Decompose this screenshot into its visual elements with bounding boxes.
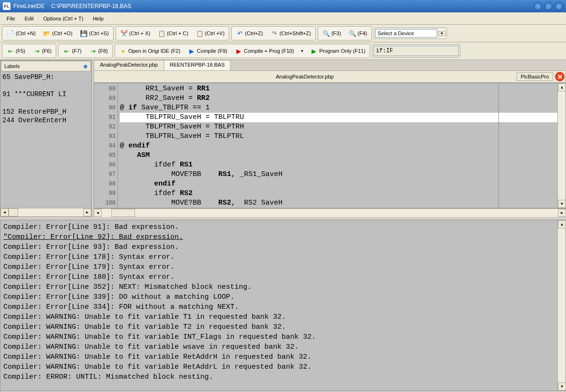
- menu-help[interactable]: Help: [88, 14, 108, 23]
- program-only-button[interactable]: ▶Program Only (F11): [307, 45, 369, 57]
- output-line[interactable]: "Compiler: Error[Line 92]: Bad expressio…: [3, 232, 555, 242]
- open-button[interactable]: 📂(Ctrl +O): [40, 28, 76, 39]
- copy-button[interactable]: 📋(Ctrl + C): [155, 28, 192, 39]
- output-line[interactable]: Compiler: Error[Line 352]: NEXT: Mismatc…: [3, 282, 555, 292]
- editor-tabs: AnalogPeakDetector.pbp REENTERPBP-18.BAS: [94, 60, 566, 70]
- maximize-button[interactable]: [544, 2, 553, 10]
- output-panel: Compiler: Error[Line 91]: Bad expression…: [0, 220, 566, 391]
- labels-hscroll[interactable]: ◄ ►: [0, 208, 91, 216]
- close-window-button[interactable]: [555, 2, 563, 10]
- code-line[interactable]: @ endif: [120, 141, 557, 151]
- labels-panel: Labels ◆ 65 SavePBP_H: 91 ***CURRENT LI …: [0, 60, 92, 217]
- scroll-left-button[interactable]: ◄: [0, 208, 9, 216]
- open-folder-icon: 📂: [43, 29, 51, 37]
- editor-hscroll[interactable]: ◄ ►: [94, 208, 566, 217]
- menu-file[interactable]: File: [2, 14, 20, 23]
- labels-header[interactable]: Labels ◆: [1, 61, 91, 71]
- indent-right-f6[interactable]: ⇥(F6): [29, 45, 55, 57]
- scroll-left-button[interactable]: ◄: [94, 209, 102, 217]
- diamond-icon: ◆: [83, 63, 88, 69]
- code-line[interactable]: TBLPTRU_SaveH = TBLPTRU: [120, 113, 557, 122]
- scroll-right-button[interactable]: ►: [558, 209, 566, 217]
- scroll-thumb[interactable]: [111, 209, 135, 217]
- scroll-right-button[interactable]: ►: [83, 208, 91, 216]
- output-vscroll[interactable]: ▲ ▼: [557, 220, 566, 391]
- code-line[interactable]: MOVE?BB RS2, RS2 SaveH: [120, 198, 557, 208]
- open-origi-button[interactable]: ●Open in Origi IDE (F2): [116, 45, 184, 57]
- output-line[interactable]: Compiler: Error[Line 178]: Syntax error.: [3, 252, 555, 262]
- output-line[interactable]: Compiler: Error[Line 93]: Bad expression…: [3, 242, 555, 252]
- output-line[interactable]: Compiler: WARNING: Unable to fit variabl…: [3, 342, 555, 352]
- toolbar-2: ⇤(F5) ⇥(F6) ⇤(F7) ⇥(F8) ●Open in Origi I…: [0, 42, 566, 60]
- cut-button[interactable]: ✂️(Ctrl + X): [117, 28, 154, 39]
- menu-options[interactable]: Options (Ctrl + T): [39, 14, 88, 23]
- new-button[interactable]: 📄(Ctrl +N): [3, 28, 39, 39]
- output-line[interactable]: Compiler: Error[Line 91]: Bad expression…: [3, 222, 555, 232]
- compiler-output[interactable]: Compiler: Error[Line 91]: Bad expression…: [0, 220, 557, 391]
- output-line[interactable]: Compiler: WARNING: Unable to fit variabl…: [3, 322, 555, 332]
- tab-analog[interactable]: AnalogPeakDetector.pbp: [94, 60, 164, 70]
- snippet-input[interactable]: if:IF: [373, 46, 459, 56]
- dropdown-arrow-icon[interactable]: ▼: [298, 47, 306, 55]
- find-next-button[interactable]: 🔍(F4): [345, 28, 371, 39]
- program-only-label: Program Only (F11): [319, 48, 365, 54]
- compile-prog-label: Compile + Prog (F10): [244, 48, 294, 54]
- code-line[interactable]: RR1_SaveH = RR1: [120, 84, 557, 94]
- code-line[interactable]: ifdef RS1: [120, 160, 557, 170]
- scroll-down-button[interactable]: ▼: [558, 200, 566, 208]
- format-f7[interactable]: ⇤(F7): [59, 45, 85, 57]
- close-file-button[interactable]: ✕: [555, 72, 565, 81]
- output-line[interactable]: Compiler: Error[Line 334]: FOR without a…: [3, 302, 555, 312]
- code-line[interactable]: MOVE?BB RS1, _RS1_SaveH: [120, 170, 557, 179]
- language-button[interactable]: PicBasicPro: [517, 72, 553, 81]
- format-f8[interactable]: ⇥(F8): [86, 45, 111, 57]
- code-line[interactable]: ASM: [120, 151, 557, 160]
- output-line[interactable]: Compiler: ERROR: UNTIL: Mismatched block…: [3, 372, 555, 382]
- labels-list[interactable]: 65 SavePBP_H: 91 ***CURRENT LI 152 Resto…: [0, 72, 91, 208]
- label-line[interactable]: 65 SavePBP_H:: [2, 73, 89, 81]
- output-line[interactable]: Compiler: Error[Line 339]: DO without a …: [3, 292, 555, 302]
- editor-vscroll[interactable]: ▲ ▼: [557, 83, 566, 208]
- minimize-button[interactable]: [534, 2, 542, 10]
- label-line[interactable]: 244 OverReEnterH: [2, 116, 89, 125]
- paste-button[interactable]: 📋(Ctrl +V): [193, 28, 228, 39]
- redo-button[interactable]: ↷(Ctrl+Shift+Z): [267, 28, 314, 39]
- save-label: (Ctrl +S): [89, 30, 108, 36]
- f5-label: (F5): [16, 48, 25, 54]
- output-line[interactable]: Compiler: WARNING: Unable to fit variabl…: [3, 312, 555, 322]
- compile-prog-button[interactable]: ▶Compile + Prog (F10): [232, 45, 297, 57]
- menu-edit[interactable]: Edit: [20, 14, 39, 23]
- tab-reenter[interactable]: REENTERPBP-18.BAS: [164, 60, 231, 70]
- device-dropdown-arrow[interactable]: ▼: [438, 31, 446, 36]
- code-line[interactable]: ifdef RS2: [120, 189, 557, 198]
- scroll-thumb[interactable]: [9, 208, 18, 216]
- labels-title: Labels: [4, 63, 20, 69]
- save-button[interactable]: 💾(Ctrl +S): [77, 28, 112, 39]
- find-button[interactable]: 🔍(F3): [319, 28, 344, 39]
- device-placeholder: Select a Device: [378, 30, 414, 36]
- code-line[interactable]: @ if Save_TBLPTR == 1: [120, 103, 557, 113]
- label-line[interactable]: 152 RestorePBP_H: [2, 108, 89, 116]
- scroll-down-button[interactable]: ▼: [558, 382, 566, 391]
- code-area[interactable]: RR1_SaveH = RR1 RR2_SaveH = RR2@ if Save…: [118, 83, 557, 208]
- code-line[interactable]: TBLPTRL_SaveH = TBLPTRL: [120, 132, 557, 141]
- output-line[interactable]: Compiler: Error[Line 179]: Syntax error.: [3, 262, 555, 272]
- search-icon: 🔍: [322, 29, 330, 37]
- compile-button[interactable]: ▶Compile (F9): [185, 45, 231, 57]
- scroll-up-button[interactable]: ▲: [558, 83, 566, 91]
- undo-button[interactable]: ↶(Ctrl+Z): [233, 28, 266, 39]
- code-line[interactable]: RR2_SaveH = RR2: [120, 94, 557, 103]
- scroll-up-button[interactable]: ▲: [558, 220, 566, 228]
- code-line[interactable]: TBLPTRH_SaveH = TBLPTRH: [120, 122, 557, 132]
- label-line[interactable]: [2, 99, 89, 108]
- editor-body: 888990919293949596979899100 RR1_SaveH = …: [94, 83, 566, 208]
- output-line[interactable]: Compiler: WARNING: Unable to fit variabl…: [3, 332, 555, 342]
- output-line[interactable]: Compiler: WARNING: Unable to fit variabl…: [3, 362, 555, 372]
- code-line[interactable]: endif: [120, 179, 557, 189]
- output-line[interactable]: Compiler: WARNING: Unable to fit variabl…: [3, 352, 555, 362]
- output-line[interactable]: Compiler: Error[Line 180]: Syntax error.: [3, 272, 555, 282]
- label-line[interactable]: 91 ***CURRENT LI: [2, 90, 89, 98]
- indent-left-f5[interactable]: ⇤(F5): [3, 45, 29, 57]
- device-select[interactable]: Select a Device: [375, 29, 437, 38]
- label-line[interactable]: [2, 81, 89, 90]
